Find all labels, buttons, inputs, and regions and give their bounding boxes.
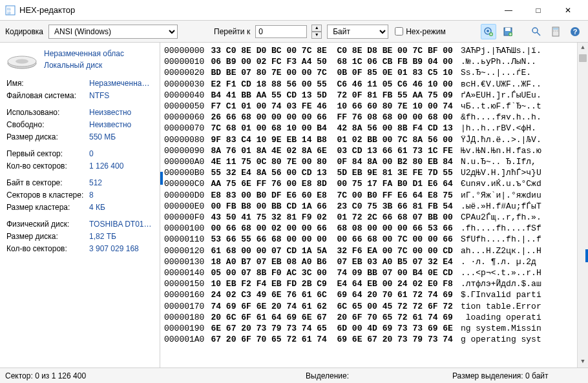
sidebar-value: NTFS <box>89 91 153 100</box>
maximize-button[interactable]: □ <box>523 0 553 21</box>
gear-add-icon[interactable] <box>481 24 496 39</box>
titlebar: 0110 HEX-редактор — □ ✕ <box>0 0 588 21</box>
right-marker[interactable] <box>585 249 588 262</box>
search-icon[interactable] <box>529 24 544 39</box>
goto-label: Перейти к <box>214 27 250 36</box>
sidebar-key: Кол-во секторов: <box>6 244 89 253</box>
sidebar-key: Физический диск: <box>6 220 89 229</box>
window-title: HEX-редактор <box>19 5 494 15</box>
sidebar-key: Размер кластера: <box>6 203 89 212</box>
svg-text:10: 10 <box>7 11 11 15</box>
sidebar-key: Размер диска: <box>6 232 89 241</box>
svg-point-4 <box>487 30 489 32</box>
spin-down-button[interactable]: ▼ <box>311 32 322 39</box>
encoding-select[interactable]: ANSI (Windows) <box>48 25 178 39</box>
sidebar-key: Размер диска: <box>6 132 89 141</box>
ascii-column[interactable]: 3АЋРј.|ЋАЋШs.|ї. .№..ьуPh..ЛыN.. Ss.Ђ~..… <box>461 43 545 367</box>
svg-rect-15 <box>557 30 558 32</box>
sidebar-key: Секторов в кластере: <box>6 191 89 200</box>
svg-point-20 <box>16 59 28 64</box>
window-controls: — □ ✕ <box>494 0 583 21</box>
sidebar-value: Неизвестно <box>89 108 153 117</box>
sidebar-header: Неразмеченная облас Локальный диск <box>6 47 153 70</box>
svg-rect-13 <box>553 30 554 32</box>
sidebar-key: Свободно: <box>6 120 89 129</box>
encoding-label: Кодировка <box>5 27 43 36</box>
sidebar-value: 512 <box>89 178 153 187</box>
hex-mode-label: Hex-режим <box>406 27 446 36</box>
sidebar-value: TOSHIBA DT01ACA200 <box>89 220 153 229</box>
status-selsize: Размер выделения: 0 байт <box>452 371 549 380</box>
sidebar: Неразмеченная облас Локальный диск Имя:Н… <box>0 43 160 367</box>
sidebar-title: Неразмеченная облас <box>44 49 124 58</box>
sidebar-value: 4 КБ <box>89 203 153 212</box>
scroll-thumb[interactable] <box>579 54 587 62</box>
sidebar-row: Размер диска:550 МБ <box>6 132 153 141</box>
sidebar-row: Кол-во секторов:1 126 400 <box>6 161 153 171</box>
app-icon: 0110 <box>5 5 16 16</box>
scroll-up-arrow[interactable]: ▲ <box>578 43 588 54</box>
scroll-down-arrow[interactable]: ▼ <box>578 357 588 367</box>
sidebar-value: 0 <box>89 149 153 158</box>
sidebar-group: Использовано:НеизвестноСвободно:Неизвест… <box>6 108 153 141</box>
svg-rect-7 <box>505 28 510 31</box>
hex-pane: 00000000 00000010 00000020 00000030 0000… <box>160 43 588 367</box>
sidebar-row: Размер диска:1,82 ТБ <box>6 232 153 241</box>
svg-rect-14 <box>555 30 556 32</box>
sidebar-key: Байт в секторе: <box>6 178 89 187</box>
sidebar-row: Физический диск:TOSHIBA DT01ACA200 <box>6 220 153 229</box>
hex-mode-checkbox[interactable]: Hex-режим <box>395 27 446 36</box>
sidebar-value: Неразмеченная облас <box>89 79 153 88</box>
left-marker[interactable] <box>160 172 163 185</box>
sidebar-row: Кол-во секторов:3 907 029 168 <box>6 244 153 253</box>
sidebar-subtitle: Локальный диск <box>44 61 124 70</box>
sidebar-row: Использовано:Неизвестно <box>6 108 153 117</box>
sidebar-key: Первый сектор: <box>6 149 89 158</box>
sidebar-row: Секторов в кластере:8 <box>6 191 153 200</box>
bytes-column[interactable]: 33 C0 8E D0 BC 00 7C 8E C0 8E D8 BE 00 7… <box>211 43 460 367</box>
main-content: Неразмеченная облас Локальный диск Имя:Н… <box>0 43 588 367</box>
vertical-scrollbar[interactable]: ▲ ▼ <box>577 43 588 367</box>
status-sector: Сектор: 0 из 1 126 400 <box>5 371 86 380</box>
hex-mode-input[interactable] <box>395 27 403 36</box>
help-icon[interactable]: ? <box>567 24 583 39</box>
spin-up-button[interactable]: ▲ <box>311 25 322 32</box>
sidebar-group: Первый сектор:0Кол-во секторов:1 126 400 <box>6 149 153 171</box>
sidebar-row: Байт в секторе:512 <box>6 178 153 187</box>
sidebar-row: Имя:Неразмеченная облас <box>6 79 153 88</box>
disk-icon <box>6 50 37 70</box>
svg-text:?: ? <box>573 28 578 36</box>
offset-column: 00000000 00000010 00000020 00000030 0000… <box>160 43 211 367</box>
toolbar-icons: ? <box>481 24 583 39</box>
sidebar-row: Свободно:Неизвестно <box>6 120 153 129</box>
sidebar-group: Физический диск:TOSHIBA DT01ACA200Размер… <box>6 220 153 253</box>
sidebar-key: Имя: <box>6 79 89 88</box>
sidebar-group: Байт в секторе:512Секторов в кластере:8Р… <box>6 178 153 212</box>
sidebar-row: Размер кластера:4 КБ <box>6 203 153 212</box>
sidebar-value: 1 126 400 <box>89 161 153 171</box>
svg-rect-12 <box>553 28 558 30</box>
sidebar-row: Файловая система:NTFS <box>6 91 153 100</box>
toolbar: Кодировка ANSI (Windows) Перейти к ▲ ▼ Б… <box>0 21 588 43</box>
minimize-button[interactable]: — <box>494 0 523 21</box>
sidebar-group: Имя:Неразмеченная обласФайловая система:… <box>6 79 153 100</box>
sidebar-key: Файловая система: <box>6 91 89 100</box>
status-selection: Выделение: <box>306 371 349 380</box>
sidebar-key: Кол-во секторов: <box>6 161 89 171</box>
save-icon[interactable] <box>500 24 516 39</box>
goto-spinner: ▲ ▼ <box>311 25 322 39</box>
sidebar-value: 3 907 029 168 <box>89 244 153 253</box>
sidebar-row: Первый сектор:0 <box>6 149 153 158</box>
goto-input[interactable] <box>255 25 307 38</box>
svg-point-9 <box>532 28 538 33</box>
statusbar: Сектор: 0 из 1 126 400 Выделение: Размер… <box>0 367 588 383</box>
sidebar-value: 550 МБ <box>89 132 153 141</box>
close-button[interactable]: ✕ <box>553 0 583 21</box>
sidebar-value: 1,82 ТБ <box>89 232 153 241</box>
svg-line-10 <box>537 32 540 36</box>
unit-select[interactable]: Байт <box>327 25 388 39</box>
calculator-icon[interactable] <box>548 24 563 39</box>
sidebar-key: Использовано: <box>6 108 89 117</box>
sidebar-value: 8 <box>89 191 153 200</box>
sidebar-value: Неизвестно <box>89 120 153 129</box>
